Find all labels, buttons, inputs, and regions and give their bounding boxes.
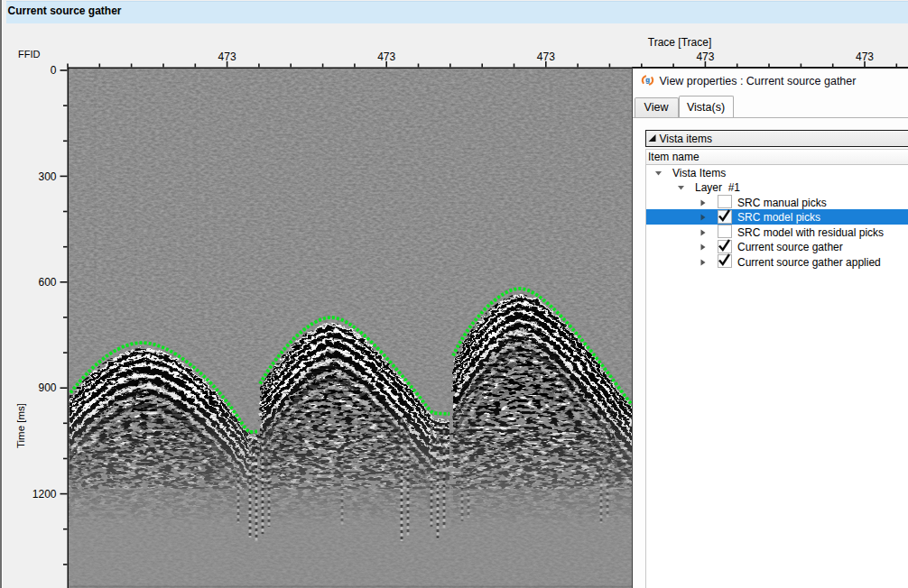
svg-text:1200: 1200 (32, 488, 57, 501)
svg-text:473: 473 (856, 51, 874, 63)
svg-text:473: 473 (377, 51, 395, 63)
svg-text:473: 473 (537, 51, 555, 63)
svg-text:900: 900 (38, 381, 56, 394)
svg-text:0: 0 (51, 64, 57, 77)
svg-text:600: 600 (38, 276, 56, 289)
svg-text:Trace [Trace]: Trace [Trace] (648, 36, 711, 49)
svg-text:300: 300 (38, 170, 56, 183)
svg-text:473: 473 (218, 51, 236, 63)
svg-text:g: g (645, 76, 650, 84)
svg-text:Time [ms]: Time [ms] (15, 403, 26, 448)
svg-text:473: 473 (696, 51, 714, 63)
svg-text:FFID: FFID (18, 49, 40, 60)
